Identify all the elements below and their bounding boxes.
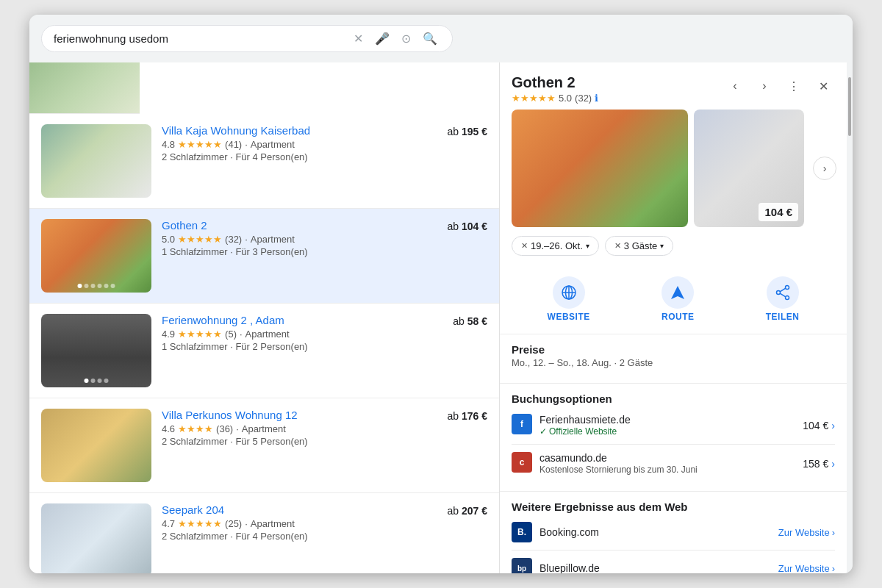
clear-button[interactable]: ✕ <box>351 32 366 46</box>
voice-search-button[interactable]: 🎤 <box>372 32 392 46</box>
listing-price-col: ab 195 € <box>429 124 487 137</box>
separator: · <box>245 139 248 150</box>
info-icon[interactable]: ℹ <box>595 93 598 104</box>
close-button[interactable]: ✕ <box>811 74 835 98</box>
chevron-right-icon: › <box>832 527 835 538</box>
stars: ★★★★★ <box>178 139 222 150</box>
route-label: ROUTE <box>662 312 695 322</box>
listing-name: Villa Perkunos Wohnung 12 <box>162 409 418 421</box>
review-count: (41) <box>225 139 242 150</box>
web-result-booking[interactable]: B. Booking.com Zur Website › <box>512 514 835 551</box>
dot <box>85 379 89 383</box>
listing-price: ab 58 € <box>429 315 487 327</box>
search-input[interactable] <box>54 32 345 45</box>
review-count: (5) <box>225 329 237 340</box>
booking-info: casamundo.de Kostenlose Stornierung bis … <box>539 452 698 475</box>
website-label: WEBSITE <box>548 312 590 322</box>
browser-frame: ✕ 🎤 ⊙ 🔍 Villa Kaja Wohnung Kaiserbad 4.8… <box>29 15 853 573</box>
web-link[interactable]: Zur Website › <box>778 527 835 538</box>
booking-price: 104 € › <box>803 420 835 431</box>
listing-thumb-villa-kaja <box>41 124 151 198</box>
filter-chips: ✕ 19.–26. Okt. ▾ ✕ 3 Gäste ▾ <box>500 227 847 265</box>
left-panel: Villa Kaja Wohnung Kaiserbad 4.8 ★★★★★ (… <box>29 62 500 573</box>
listing-price: ab 207 € <box>429 505 487 517</box>
listing-type: Apartment <box>245 329 290 340</box>
web-result-bluepillow[interactable]: bp Bluepillow.de Zur Website › <box>512 551 835 573</box>
web-results-title: Weitere Ergebnisse aus dem Web <box>512 501 835 513</box>
booking-site-name: Ferienhausmiete.de <box>539 414 631 426</box>
lens-search-button[interactable]: ⊙ <box>398 32 414 46</box>
route-button[interactable]: ROUTE <box>650 270 706 328</box>
listing-item-adam[interactable]: Ferienwohnung 2 , Adam 4.9 ★★★★★ (5) · A… <box>29 304 499 398</box>
svg-point-6 <box>785 296 789 300</box>
rating-value: 4.9 <box>162 329 175 340</box>
svg-line-9 <box>780 293 786 297</box>
search-box: ✕ 🎤 ⊙ 🔍 <box>41 25 453 52</box>
listing-rating: 4.7 ★★★★★ (25) · Apartment <box>162 518 418 529</box>
listing-rating: 4.6 ★★★★ (36) · Apartment <box>162 423 418 434</box>
scrollbar-thumb <box>848 77 851 136</box>
listing-price-col: ab 104 € <box>429 219 487 232</box>
chip-guests-label: 3 Gäste <box>624 240 658 251</box>
booking-option-ferienhausmiete[interactable]: f Ferienhausmiete.de ✓ Offizielle Websit… <box>512 406 835 445</box>
photo-price-badge: 104 € <box>759 203 798 221</box>
web-site-name: Bluepillow.de <box>539 562 600 573</box>
booking-note: Kostenlose Stornierung bis zum 30. Juni <box>539 465 698 475</box>
listing-price-col: ab 58 € <box>429 314 487 327</box>
booking-info: Ferienhausmiete.de ✓ Offizielle Website <box>539 414 631 437</box>
chip-date-label: 19.–26. Okt. <box>531 240 583 251</box>
booking-site-name: casamundo.de <box>539 452 698 464</box>
listing-item-perkunos[interactable]: Villa Perkunos Wohnung 12 4.6 ★★★★ (36) … <box>29 398 499 493</box>
share-icon <box>767 276 799 309</box>
detail-rating-value: 5.0 <box>559 93 572 104</box>
more-options-button[interactable]: ⋮ <box>782 74 806 98</box>
listing-thumb-gothen2 <box>41 219 151 293</box>
listing-name: Seepark 204 <box>162 503 418 516</box>
website-button[interactable]: WEBSITE <box>536 270 602 328</box>
share-label: TEILEN <box>766 312 800 322</box>
detail-header-actions: ‹ › ⋮ ✕ <box>723 74 835 98</box>
detail-title: Gothen 2 <box>512 74 717 91</box>
web-link[interactable]: Zur Website › <box>778 563 835 574</box>
listing-name: Ferienwohnung 2 , Adam <box>162 314 418 326</box>
chip-chevron-icon: ▾ <box>586 242 589 250</box>
date-filter-chip[interactable]: ✕ 19.–26. Okt. ▾ <box>512 236 599 256</box>
chevron-right-icon: › <box>831 420 835 431</box>
booking-option-casamundo[interactable]: c casamundo.de Kostenlose Stornierung bi… <box>512 445 835 482</box>
dot <box>104 379 109 383</box>
stars: ★★★★★ <box>178 518 222 529</box>
svg-marker-4 <box>671 286 684 299</box>
listing-item-villa-kaja[interactable]: Villa Kaja Wohnung Kaiserbad 4.8 ★★★★★ (… <box>29 114 499 209</box>
listing-thumb-perkunos <box>41 409 151 482</box>
listing-name: Gothen 2 <box>162 219 418 232</box>
listing-item-seepark[interactable]: Seepark 204 4.7 ★★★★★ (25) · Apartment 2… <box>29 493 499 573</box>
ferienhausmiete-logo: f <box>512 414 532 434</box>
detail-reviews: (32) <box>575 93 592 104</box>
route-icon <box>662 276 694 309</box>
scrollbar[interactable] <box>847 62 853 573</box>
share-button[interactable]: TEILEN <box>754 270 811 328</box>
search-button[interactable]: 🔍 <box>420 32 440 46</box>
listing-type: Apartment <box>251 234 295 245</box>
booking-left: c casamundo.de Kostenlose Stornierung bi… <box>512 452 698 475</box>
prices-title: Preise <box>512 343 835 356</box>
listing-type: Apartment <box>242 423 286 434</box>
web-result-left: B. Booking.com <box>512 522 599 542</box>
booking-options-section: Buchungsoptionen f Ferienhausmiete.de ✓ … <box>500 384 847 492</box>
prev-button[interactable]: ‹ <box>723 74 747 98</box>
bluepillow-logo: bp <box>512 558 532 573</box>
next-button[interactable]: › <box>753 74 776 98</box>
booking-left: f Ferienhausmiete.de ✓ Offizielle Websit… <box>512 414 631 437</box>
guests-filter-chip[interactable]: ✕ 3 Gäste ▾ <box>605 236 674 256</box>
listing-details: 2 Schlafzimmer · Für 4 Person(en) <box>162 531 418 542</box>
chevron-right-icon: › <box>831 458 835 470</box>
listing-price: ab 176 € <box>429 410 487 422</box>
listing-rating: 5.0 ★★★★★ (32) · Apartment <box>162 234 418 245</box>
listing-price-col: ab 207 € <box>429 503 487 517</box>
booking-note: ✓ Offizielle Website <box>539 426 631 437</box>
svg-point-7 <box>776 291 780 295</box>
rating-value: 4.7 <box>162 518 175 529</box>
listing-item-gothen2[interactable]: Gothen 2 5.0 ★★★★★ (32) · Apartment 1 Sc… <box>29 209 499 304</box>
dot <box>91 379 96 383</box>
photo-next-button[interactable]: › <box>813 157 836 180</box>
